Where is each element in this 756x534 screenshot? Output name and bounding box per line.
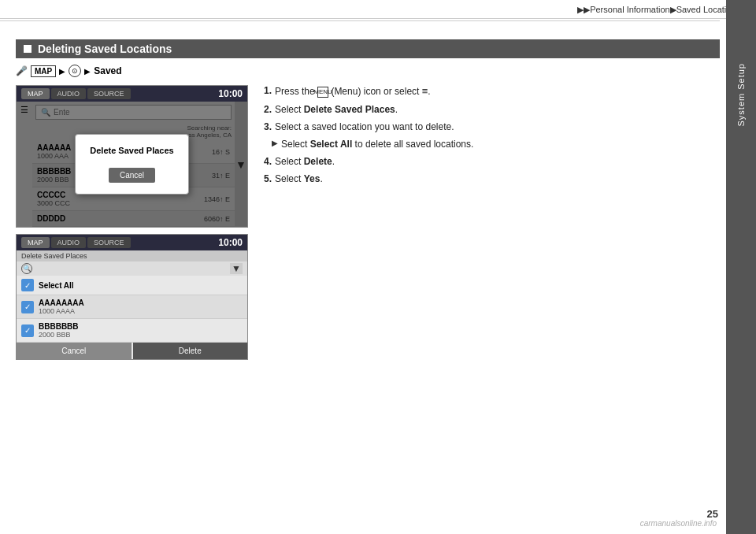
step-4: 4. Select Delete.: [264, 156, 720, 167]
instructions: 1. Press the MENU (Menu) icon or select …: [264, 85, 720, 184]
step4-num: 4.: [264, 156, 272, 167]
tab-source-1[interactable]: SOURCE: [87, 88, 131, 99]
checkmark-icon: ✓: [21, 324, 34, 337]
cancel-button[interactable]: Cancel: [17, 343, 132, 359]
right-sidebar: System Setup: [726, 0, 756, 534]
scroll-down-icon-2: ▼: [232, 263, 241, 274]
breadcrumb: ▶▶Personal Information▶Saved Locations: [577, 5, 740, 15]
menu-icon: MENU: [317, 87, 328, 98]
checkmark-icon: ✓: [21, 279, 34, 291]
main-content: Deleting Saved Locations 🎤 MAP ▶ ⊙ ▶ Sav…: [16, 16, 720, 518]
step-2: 2. Select Delete Saved Places.: [264, 104, 720, 115]
section-title-text: Deleting Saved Locations: [38, 43, 172, 55]
modal-cancel-button[interactable]: Cancel: [109, 168, 155, 183]
step2-text: Select Delete Saved Places.: [275, 104, 720, 115]
step5-num: 5.: [264, 173, 272, 184]
section-breadcrumb: 🎤 MAP ▶ ⊙ ▶ Saved: [16, 65, 720, 77]
saved-label: Saved: [94, 65, 121, 76]
mic-icon: 🎤: [16, 65, 28, 76]
step-1: 1. Press the MENU (Menu) icon or select …: [264, 85, 720, 98]
section-title-square: [24, 45, 32, 53]
screen2-search-row: 🔍 ▼: [17, 261, 247, 276]
delete-modal: Delete Saved Places Cancel: [75, 134, 188, 195]
modal-overlay: Delete Saved Places Cancel: [17, 102, 247, 227]
map-tab-icon: MAP: [31, 65, 56, 77]
screen2: MAP AUDIO SOURCE 10:00 Delete Saved Plac…: [16, 234, 248, 360]
step-5: 5. Select Yes.: [264, 173, 720, 184]
tab-map-1[interactable]: MAP: [21, 88, 50, 99]
bullet-arrow-icon: ▶: [272, 139, 278, 150]
step3-bullet-text: Select Select All to delete all saved lo…: [281, 139, 473, 150]
step3-num: 3.: [264, 121, 272, 132]
steps-list: 1. Press the MENU (Menu) icon or select …: [264, 85, 720, 184]
tab-audio-2[interactable]: AUDIO: [51, 237, 87, 248]
step1-num: 1.: [264, 85, 272, 98]
screen2-tabs: MAP AUDIO SOURCE: [21, 237, 131, 248]
screen1-time: 10:00: [218, 88, 243, 99]
section-title: Deleting Saved Locations: [16, 39, 720, 58]
screen2-section-header: Delete Saved Places: [17, 250, 247, 261]
tab-map-2[interactable]: MAP: [21, 237, 50, 248]
menu-circle-icon: ⊙: [69, 65, 81, 77]
search-circle-icon: 🔍: [21, 263, 32, 274]
screen2-nav: MAP AUDIO SOURCE 10:00: [17, 235, 247, 250]
step-3: 3. Select a saved location you want to d…: [264, 121, 720, 150]
tab-source-2[interactable]: SOURCE: [87, 237, 131, 248]
select-all-label: Select All: [39, 281, 243, 290]
screen1-tabs: MAP AUDIO SOURCE: [21, 88, 131, 99]
delete-button[interactable]: Delete: [133, 343, 248, 359]
sidebar-label: System Setup: [736, 63, 746, 126]
step3-text: Select a saved location you want to dele…: [275, 121, 454, 132]
select-all-item[interactable]: ✓ Select All: [17, 276, 247, 295]
step2-num: 2.: [264, 104, 272, 115]
tab-audio-1[interactable]: AUDIO: [51, 88, 87, 99]
screen1-body: ☰ 🔍 Ente Searching near: ss Angeles, CA: [17, 102, 247, 227]
step4-text: Select Delete.: [275, 156, 720, 167]
screen2-bottom-buttons: Cancel Delete: [17, 343, 247, 359]
screen2-body: Delete Saved Places 🔍 ▼ ✓ Select All: [17, 250, 247, 359]
screenshots-area: MAP AUDIO SOURCE 10:00 ☰ 🔍 Ente: [16, 85, 252, 360]
screen1-nav: MAP AUDIO SOURCE 10:00: [17, 86, 247, 102]
step5-text: Select Yes.: [275, 173, 720, 184]
list-item-1[interactable]: ✓ AAAAAAAA 1000 AAAA: [17, 295, 247, 319]
scroll-col-2: ▼: [230, 263, 243, 274]
list-item-2[interactable]: ✓ BBBBBBB 2000 BBB: [17, 319, 247, 343]
watermark: carmanualsonline.info: [640, 519, 717, 528]
screen1: MAP AUDIO SOURCE 10:00 ☰ 🔍 Ente: [16, 85, 248, 228]
checkmark-icon: ✓: [21, 301, 34, 313]
modal-title: Delete Saved Places: [90, 146, 173, 155]
step1-text: Press the MENU (Menu) icon or select ≡.: [275, 85, 720, 98]
screen2-time: 10:00: [218, 237, 243, 248]
